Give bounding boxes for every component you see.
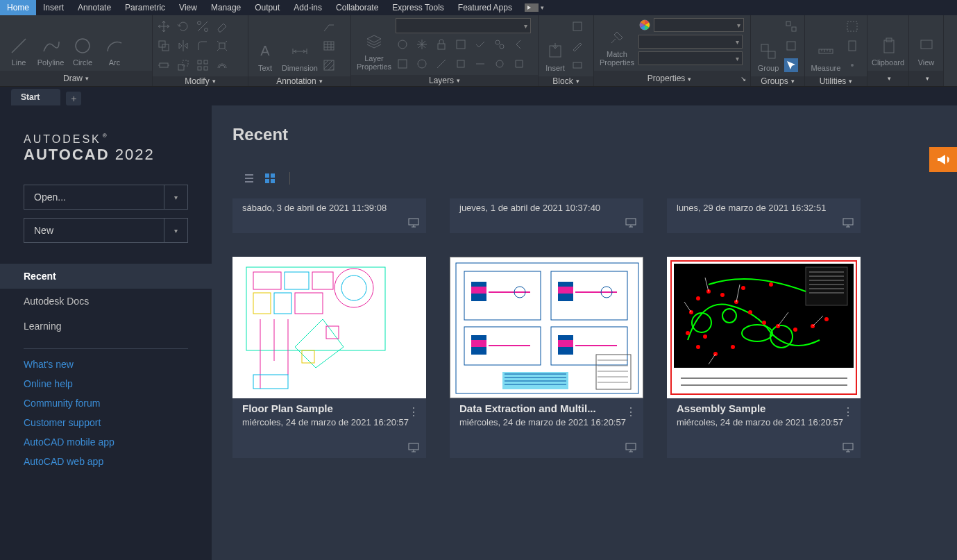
announcements-button[interactable]	[929, 147, 957, 172]
select-all-icon[interactable]	[845, 19, 859, 33]
recent-card[interactable]: sábado, 3 de abril de 2021 11:39:08	[232, 198, 426, 233]
layer-off-icon[interactable]	[396, 37, 409, 51]
insert-button[interactable]: Insert	[543, 18, 568, 75]
layer-tool11-icon[interactable]	[454, 57, 468, 71]
table-icon[interactable]	[322, 39, 336, 53]
ribbon-title-draw[interactable]: Draw▾	[0, 71, 152, 86]
menu-home[interactable]: Home	[0, 0, 36, 15]
ribbon-title-view[interactable]: ▾	[909, 71, 943, 86]
text-button[interactable]: A Text	[253, 18, 278, 75]
ribbon-title-utilities[interactable]: Utilities▾	[805, 76, 867, 86]
leader-icon[interactable]	[322, 19, 336, 33]
mirror-icon[interactable]	[176, 39, 190, 53]
link-community-forum[interactable]: Community forum	[24, 398, 188, 409]
menu-manage[interactable]: Manage	[204, 0, 248, 15]
nav-autodesk-docs[interactable]: Autodesk Docs	[0, 289, 212, 314]
layer-tool10-icon[interactable]	[434, 57, 448, 71]
link-mobile-app[interactable]: AutoCAD mobile app	[24, 436, 188, 448]
layer-properties-button[interactable]: Layer Properties	[355, 18, 393, 74]
draw-polyline-button[interactable]: Polyline	[36, 18, 65, 69]
draw-circle-button[interactable]: Circle	[68, 18, 97, 69]
link-customer-support[interactable]: Customer support	[24, 417, 188, 428]
nav-recent[interactable]: Recent	[0, 264, 212, 289]
draw-line-button[interactable]: Line	[4, 18, 33, 69]
layer-tool12-icon[interactable]	[473, 57, 487, 71]
menu-addins[interactable]: Add-ins	[287, 0, 329, 15]
erase-icon[interactable]	[215, 19, 229, 33]
menu-parametric[interactable]: Parametric	[118, 0, 172, 15]
layer-prev-icon[interactable]	[512, 37, 526, 51]
layer-lock-icon[interactable]	[434, 37, 448, 51]
link-whats-new[interactable]: What's new	[24, 359, 188, 370]
layer-iso-icon[interactable]	[454, 37, 468, 51]
ribbon-title-properties[interactable]: Properties▾↘	[594, 71, 750, 86]
card-menu-icon[interactable]: ⋮	[625, 405, 636, 418]
rotate-icon[interactable]	[176, 19, 190, 33]
stretch-icon[interactable]	[157, 58, 171, 72]
linetype-dropdown[interactable]: ▾	[638, 51, 743, 65]
menu-output[interactable]: Output	[248, 0, 287, 15]
edit-attr-icon[interactable]	[570, 58, 584, 72]
menu-view[interactable]: View	[172, 0, 204, 15]
offset-icon[interactable]	[215, 58, 229, 72]
layer-tool8-icon[interactable]	[396, 57, 409, 71]
ungroup-icon[interactable]	[784, 19, 798, 33]
new-button[interactable]: New ▾	[24, 218, 188, 243]
ribbon-title-annotation[interactable]: Annotation▾	[248, 76, 350, 86]
recent-card[interactable]: lunes, 29 de marzo de 2021 16:32:51	[667, 198, 861, 233]
move-icon[interactable]	[157, 19, 171, 33]
card-menu-icon[interactable]: ⋮	[842, 405, 854, 418]
menu-insert[interactable]: Insert	[36, 0, 71, 15]
layer-match-icon[interactable]	[493, 37, 507, 51]
scale-icon[interactable]	[176, 58, 190, 72]
copy-icon[interactable]	[157, 39, 171, 53]
card-menu-icon[interactable]: ⋮	[408, 405, 419, 418]
draw-arc-button[interactable]: Arc	[100, 18, 129, 69]
match-properties-button[interactable]: Match Properties	[598, 18, 636, 69]
ribbon-title-clipboard[interactable]: ▾	[867, 71, 908, 86]
clipboard-button[interactable]: Clipboard	[872, 18, 904, 69]
group-select-icon[interactable]	[784, 58, 798, 72]
list-view-icon[interactable]	[244, 173, 255, 184]
edit-block-icon[interactable]	[570, 39, 584, 53]
view-button[interactable]: View	[913, 18, 939, 69]
explode-icon[interactable]	[215, 39, 229, 53]
tab-add-button[interactable]: +	[66, 92, 81, 105]
menu-express-tools[interactable]: Express Tools	[385, 0, 450, 15]
layer-tool9-icon[interactable]	[415, 57, 429, 71]
ribbon-title-groups[interactable]: Groups▾	[751, 76, 804, 86]
hatch-icon[interactable]	[322, 58, 336, 72]
ribbon-title-layers[interactable]: Layers▾	[351, 75, 538, 86]
link-online-help[interactable]: Online help	[24, 378, 188, 389]
layer-tool14-icon[interactable]	[512, 57, 526, 71]
open-dropdown[interactable]: ▾	[164, 185, 187, 209]
menu-featured-apps[interactable]: Featured Apps	[451, 0, 519, 15]
link-web-app[interactable]: AutoCAD web app	[24, 456, 188, 467]
lineweight-dropdown[interactable]: ▾	[638, 35, 743, 49]
ribbon-title-modify[interactable]: Modify▾	[153, 76, 248, 86]
menu-extras[interactable]: ▾	[519, 0, 550, 15]
recent-card[interactable]: jueves, 1 de abril de 2021 10:37:40	[450, 198, 643, 233]
nav-learning[interactable]: Learning	[0, 314, 212, 339]
recent-card-assembly[interactable]: Assembly Sample miércoles, 24 de marzo d…	[667, 257, 861, 458]
recent-card-floor-plan[interactable]: Floor Plan Sample miércoles, 24 de marzo…	[232, 257, 426, 458]
menu-annotate[interactable]: Annotate	[71, 0, 118, 15]
color-dropdown[interactable]: ▾	[654, 18, 744, 32]
layer-freeze-icon[interactable]	[415, 37, 429, 51]
fillet-icon[interactable]	[196, 39, 210, 53]
layer-make-current-icon[interactable]	[473, 37, 487, 51]
point-icon[interactable]	[845, 58, 859, 72]
quick-calc-icon[interactable]	[845, 39, 859, 53]
layer-tool13-icon[interactable]	[493, 57, 507, 71]
array-icon[interactable]	[196, 58, 210, 72]
layer-dropdown[interactable]: ▾	[396, 18, 531, 33]
create-block-icon[interactable]	[570, 19, 584, 33]
group-button[interactable]: Group	[755, 18, 781, 75]
grid-view-icon[interactable]	[264, 173, 276, 184]
trim-icon[interactable]	[196, 19, 210, 33]
new-dropdown[interactable]: ▾	[164, 219, 187, 242]
tab-start[interactable]: Start	[11, 89, 60, 105]
dimension-button[interactable]: Dimension	[280, 18, 319, 75]
measure-button[interactable]: Measure	[809, 18, 842, 75]
group-edit-icon[interactable]	[784, 39, 798, 53]
